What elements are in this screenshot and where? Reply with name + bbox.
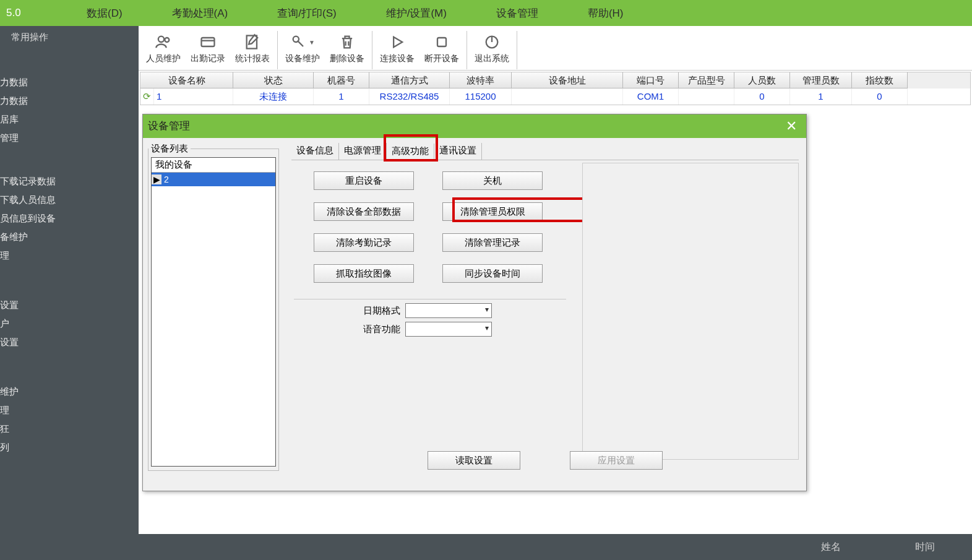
toolbar-people-button[interactable]: 人员维护 — [141, 31, 186, 69]
clear-all-data-button[interactable]: 清除设备全部数据 — [314, 202, 414, 221]
grid-data-row[interactable]: ⟳ 1 未连接 1 RS232/RS485 115200 COM1 0 1 0 — [140, 88, 970, 105]
cell — [679, 88, 734, 105]
date-format-label: 日期格式 — [363, 305, 400, 317]
close-icon[interactable]: ✕ — [776, 114, 806, 138]
sidebar-item[interactable]: 力数据 — [0, 92, 139, 110]
col-comm[interactable]: 通信方式 — [369, 72, 450, 88]
col-device-name[interactable]: 设备名称 — [140, 72, 233, 88]
preview-panel — [582, 163, 799, 460]
device-list-fieldset: 设备列表 我的设备 ▶ 2 — [148, 143, 279, 471]
dialog-title: 设备管理 — [148, 114, 190, 138]
sidebar-item[interactable]: 理 — [0, 401, 139, 420]
cell: RS232/RS485 — [369, 88, 450, 105]
toolbar-label: 设备维护 — [285, 53, 320, 64]
device-tree[interactable]: 我的设备 ▶ 2 — [151, 157, 276, 467]
col-status[interactable]: 状态 — [233, 72, 314, 88]
tab-device-info[interactable]: 设备信息 — [291, 143, 339, 160]
dialog-titlebar[interactable]: 设备管理 ✕ — [143, 114, 806, 138]
toolbar-report-button[interactable]: 统计报表 — [230, 31, 275, 69]
sidebar-item[interactable]: 下载记录数据 — [0, 172, 139, 191]
toolbar: 人员维护 出勤记录 统计报表 ▼ 设备维护 删除设备 — [139, 26, 972, 71]
card-icon — [199, 31, 217, 53]
sidebar-item[interactable]: 列 — [0, 438, 139, 457]
toolbar-attendance-button[interactable]: 出勤记录 — [186, 31, 230, 69]
tab-power[interactable]: 电源管理 — [339, 143, 387, 160]
sidebar-item[interactable]: 设置 — [0, 333, 139, 351]
cell: 未连接 — [233, 88, 314, 105]
toolbar-label: 出勤记录 — [191, 53, 225, 64]
footer-time-label: 时间 — [915, 541, 935, 554]
menu-maintain-setup[interactable]: 维护/设置(M) — [361, 6, 471, 20]
power-icon — [483, 31, 501, 53]
voice-label: 语音功能 — [363, 324, 400, 335]
toolbar-label: 删除设备 — [330, 53, 364, 64]
col-admins[interactable]: 管理员数 — [790, 72, 852, 88]
device-list-legend: 设备列表 — [148, 143, 191, 155]
clear-attendance-button[interactable]: 清除考勤记录 — [314, 233, 414, 252]
toolbar-exit-button[interactable]: 退出系统 — [470, 31, 514, 69]
cell: COM1 — [623, 88, 679, 105]
apply-settings-button[interactable]: 应用设置 — [570, 451, 663, 470]
sidebar: 常用操作 力数据 力数据 居库 管理 下载记录数据 下载人员信息 员信息到设备 … — [0, 26, 139, 560]
menu-attendance[interactable]: 考勤处理(A) — [147, 6, 253, 20]
menu-query-print[interactable]: 查询/打印(S) — [252, 6, 361, 20]
capture-fp-button[interactable]: 抓取指纹图像 — [314, 264, 414, 283]
sidebar-item[interactable]: 维护 — [0, 382, 139, 401]
sidebar-item[interactable]: 下载人员信息 — [0, 191, 139, 209]
date-format-combo[interactable] — [405, 303, 492, 318]
col-baud[interactable]: 波特率 — [450, 72, 512, 88]
menu-help[interactable]: 帮助(H) — [563, 6, 648, 20]
sidebar-item[interactable]: 狂 — [0, 420, 139, 438]
app-version: 5.0 — [0, 7, 62, 19]
toolbar-delete-device-button[interactable]: 删除设备 — [325, 31, 369, 69]
col-port[interactable]: 端口号 — [623, 72, 679, 88]
col-model[interactable]: 产品型号 — [679, 72, 734, 88]
toolbar-label: 退出系统 — [475, 53, 509, 64]
cell: 1 — [154, 88, 233, 105]
svg-point-0 — [158, 37, 164, 42]
cell: 0 — [852, 88, 908, 105]
cell — [512, 88, 623, 105]
toolbar-connect-button[interactable]: 连接设备 — [375, 31, 419, 69]
restart-device-button[interactable]: 重启设备 — [314, 171, 414, 190]
refresh-icon[interactable]: ⟳ — [140, 88, 154, 105]
sidebar-item[interactable]: 员信息到设备 — [0, 209, 139, 228]
toolbar-disconnect-button[interactable]: 断开设备 — [419, 31, 464, 69]
tree-header[interactable]: 我的设备 — [152, 158, 275, 173]
pointer-icon: ▶ — [152, 174, 161, 184]
col-machine[interactable]: 机器号 — [314, 72, 369, 88]
edit-icon — [244, 31, 261, 53]
trash-icon — [338, 31, 356, 53]
tab-advanced[interactable]: 高级功能 — [387, 144, 434, 160]
tree-item-selected[interactable]: ▶ 2 — [152, 173, 275, 186]
toolbar-device-maint-button[interactable]: ▼ 设备维护 — [280, 31, 325, 69]
col-people[interactable]: 人员数 — [734, 72, 790, 88]
sync-time-button[interactable]: 同步设备时间 — [442, 264, 543, 283]
sidebar-item[interactable]: 力数据 — [0, 73, 139, 92]
tab-comm[interactable]: 通讯设置 — [434, 143, 482, 160]
svg-rect-2 — [202, 38, 215, 46]
clear-admin-button[interactable]: 清除管理员权限 — [442, 202, 543, 221]
footer-name-label: 姓名 — [821, 541, 841, 554]
menu-data[interactable]: 数据(D) — [62, 6, 147, 20]
sidebar-item[interactable]: 备维护 — [0, 228, 139, 246]
cell: 1 — [790, 88, 852, 105]
sidebar-item[interactable]: 管理 — [0, 129, 139, 147]
sidebar-item[interactable]: 理 — [0, 246, 139, 265]
sidebar-item[interactable]: 户 — [0, 314, 139, 333]
shutdown-button[interactable]: 关机 — [442, 171, 543, 190]
col-addr[interactable]: 设备地址 — [512, 72, 623, 88]
col-fp[interactable]: 指纹数 — [852, 72, 908, 88]
toolbar-label: 人员维护 — [146, 53, 181, 64]
device-manage-dialog: 设备管理 ✕ 设备列表 我的设备 ▶ 2 设备信息 电源管理 高级功能 通讯设置 — [142, 114, 807, 491]
voice-combo[interactable] — [405, 322, 492, 337]
read-settings-button[interactable]: 读取设置 — [428, 451, 520, 470]
sidebar-item[interactable]: 居库 — [0, 110, 139, 129]
sidebar-item[interactable]: 设置 — [0, 296, 139, 314]
menu-device-manage[interactable]: 设备管理 — [471, 6, 563, 20]
cell: 115200 — [450, 88, 512, 105]
cell: 1 — [314, 88, 369, 105]
svg-rect-5 — [437, 38, 446, 46]
clear-mgmt-button[interactable]: 清除管理记录 — [442, 233, 543, 252]
people-icon — [155, 31, 172, 53]
